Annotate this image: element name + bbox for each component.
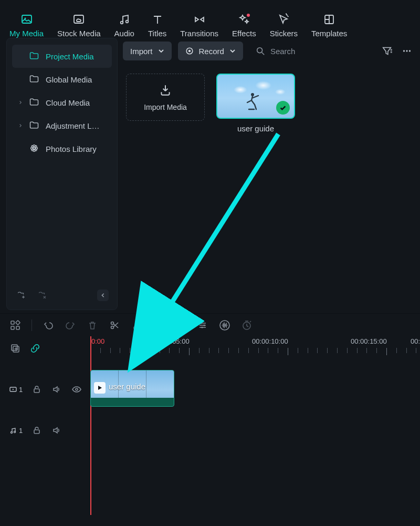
audio-track-badge: 1: [9, 427, 23, 435]
search-placeholder: Search: [270, 47, 296, 56]
import-dropdown-button[interactable]: Import: [123, 42, 172, 60]
tab-stock-media[interactable]: Stock Media: [57, 13, 101, 38]
svg-point-21: [409, 50, 411, 51]
tab-stickers[interactable]: Stickers: [270, 13, 298, 38]
templates-layout-icon: [322, 13, 336, 26]
clip-name-label: user guide: [237, 124, 274, 133]
tab-my-media[interactable]: My Media: [9, 13, 44, 38]
ruler-label: 00:00:05:00: [153, 337, 190, 345]
tab-titles[interactable]: Titles: [148, 13, 166, 38]
delete-folder-icon[interactable]: [36, 288, 50, 302]
svg-point-32: [200, 322, 202, 324]
tab-audio[interactable]: Audio: [114, 13, 134, 38]
import-media-tile[interactable]: Import Media: [126, 74, 205, 121]
chevron-down-icon: [229, 48, 236, 54]
svg-point-4: [125, 20, 128, 23]
flower-icon: [29, 143, 39, 155]
collapse-sidebar-button[interactable]: [97, 290, 109, 301]
sidebar-bottom-tools: [12, 286, 112, 303]
chevron-right-icon: [18, 100, 23, 105]
svg-point-41: [76, 388, 78, 390]
tab-transitions[interactable]: Transitions: [180, 13, 218, 38]
svg-rect-44: [34, 430, 39, 434]
timeline-clip-label: user guide: [109, 382, 145, 391]
media-toolbar: Import Record Search: [123, 38, 414, 64]
media-clip-tile[interactable]: user guide: [216, 74, 295, 133]
eye-icon[interactable]: [71, 384, 82, 395]
folder-icon: [29, 120, 39, 132]
svg-point-17: [188, 50, 190, 52]
video-track-badge: 1: [9, 386, 23, 394]
ruler-label: 00:00:10:00: [252, 337, 288, 345]
import-tile-label: Import Media: [144, 103, 187, 111]
sidebar-item-label: Global Media: [46, 75, 92, 84]
svg-point-18: [257, 48, 262, 53]
folder-icon: [29, 97, 39, 109]
search-icon: [256, 46, 265, 56]
search-field[interactable]: Search: [249, 46, 296, 56]
svg-point-15: [35, 149, 37, 150]
folder-icon: [29, 50, 39, 63]
waveform-circle-icon[interactable]: [219, 319, 230, 331]
clip-thumbnail: [216, 74, 295, 119]
chevron-down-icon: [158, 48, 164, 54]
sidebar-item-label: Adjustment L…: [46, 121, 100, 130]
svg-point-42: [10, 431, 12, 433]
svg-point-3: [120, 22, 123, 24]
svg-point-19: [403, 50, 405, 51]
text-icon: [151, 13, 164, 26]
tab-templates[interactable]: Templates: [311, 13, 347, 38]
folder-icon: [29, 74, 39, 86]
svg-point-14: [32, 149, 33, 150]
svg-point-20: [406, 50, 407, 51]
apps-grid-icon[interactable]: [9, 319, 21, 331]
media-grid: Import Media user guide: [123, 64, 414, 142]
sidebar-item-label: Cloud Media: [46, 98, 90, 107]
svg-point-5: [247, 14, 250, 17]
svg-point-43: [14, 431, 15, 432]
track-audio-header: 1: [0, 425, 90, 436]
sidebar-item-project-media[interactable]: Project Media: [12, 45, 112, 68]
sidebar-item-photos-library[interactable]: Photos Library: [12, 137, 112, 160]
sidebar-item-adjustment-layers[interactable]: Adjustment L…: [12, 114, 112, 137]
link-icon[interactable]: [29, 343, 41, 354]
sidebar-item-cloud-media[interactable]: Cloud Media: [12, 91, 112, 114]
sidebar-item-label: Photos Library: [46, 145, 97, 153]
trash-icon[interactable]: [87, 319, 98, 331]
timeline-clip[interactable]: user guide: [90, 370, 174, 407]
tag-icon[interactable]: [153, 319, 164, 331]
tab-effects[interactable]: Effects: [232, 13, 256, 38]
track-video-lane[interactable]: user guide: [90, 369, 420, 410]
speaker-icon[interactable]: [51, 425, 62, 436]
more-menu-icon[interactable]: [400, 44, 414, 58]
timeline-ruler[interactable]: 0:00 00:00:05:00 00:00:10:00 00:00:15:00…: [90, 336, 420, 369]
music-add-icon[interactable]: [131, 319, 142, 331]
svg-point-30: [134, 327, 136, 329]
image-icon: [20, 13, 34, 26]
lock-icon[interactable]: [31, 384, 43, 395]
sidebar-item-global-media[interactable]: Global Media: [12, 68, 112, 91]
scissors-icon[interactable]: [109, 319, 120, 331]
track-audio-lane[interactable]: [90, 410, 420, 451]
play-badge-icon: [94, 382, 106, 394]
new-folder-icon[interactable]: [15, 288, 29, 302]
track-video: 1 u: [0, 369, 420, 410]
redo-icon[interactable]: [65, 319, 76, 331]
filter-icon[interactable]: [380, 44, 394, 58]
sidebar-item-label: Project Media: [46, 52, 94, 61]
top-tabstrip: My Media Stock Media Audio Titles Transi…: [0, 0, 420, 38]
person-silhouette-icon: [242, 90, 262, 111]
add-track-icon[interactable]: [9, 343, 21, 354]
separator: [32, 319, 32, 331]
svg-point-13: [35, 146, 37, 147]
undo-icon[interactable]: [43, 319, 54, 331]
text-style-icon[interactable]: [175, 319, 186, 331]
record-dropdown-button[interactable]: Record: [178, 42, 243, 60]
speaker-icon[interactable]: [51, 384, 62, 395]
cloud-icon: [72, 13, 86, 26]
svg-point-22: [251, 93, 254, 96]
lock-icon[interactable]: [31, 425, 43, 436]
sliders-icon[interactable]: [197, 319, 208, 331]
refresh-timer-icon[interactable]: [241, 319, 253, 331]
timeline-toolbar: [0, 313, 420, 336]
